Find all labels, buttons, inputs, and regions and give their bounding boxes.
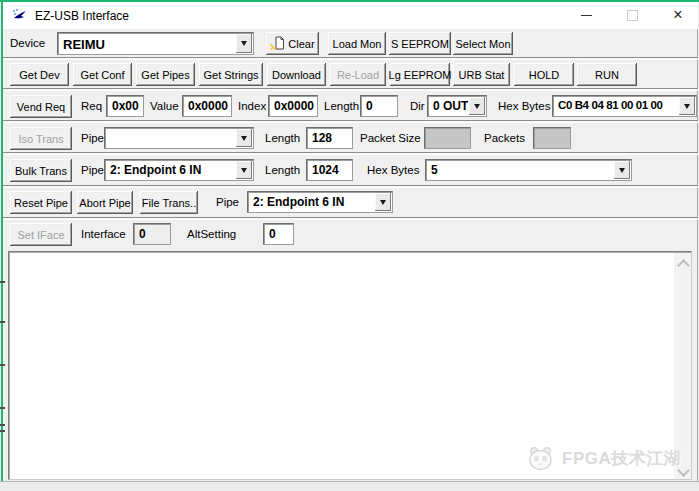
device-select-value: REIMU [63,37,235,52]
altsetting-input[interactable]: 0 [263,223,294,245]
row-divider [3,152,698,155]
dropdown-arrow-icon [380,200,386,205]
index-label: Index [238,100,266,112]
iso-trans-button: Iso Trans [10,127,72,150]
ruler-tick [0,364,5,366]
hold-button[interactable]: HOLD [514,63,574,86]
re-load-button: Re-Load [330,63,386,86]
bottom-strip [0,481,699,491]
get-pipes-button[interactable]: Get Pipes [136,63,195,86]
row-divider [3,88,698,91]
pipe-select[interactable]: 2: Endpoint 6 IN [247,191,393,213]
download-button[interactable]: Download [267,63,326,86]
clear-button[interactable]: Clear [266,32,319,55]
chevron-down-icon[interactable] [236,34,252,53]
abort-pipe-button[interactable]: Abort Pipe [77,191,133,214]
iso-length-input[interactable]: 128 [306,127,353,149]
device-select[interactable]: REIMU [57,32,254,55]
set-iface-button: Set IFace [10,223,72,246]
select-mon-button[interactable]: Select Mon [453,32,513,55]
packet-size-field [424,127,471,149]
hex-bytes-value: C0 B4 04 81 00 01 00 [558,99,678,111]
req-input[interactable]: 0x00 [106,95,144,117]
packets-label: Packets [484,132,525,144]
device-label: Device [10,37,45,49]
chevron-down-icon[interactable] [614,161,630,179]
dropdown-arrow-icon [474,104,480,109]
bulk-hex-bytes-select[interactable]: 5 [425,159,632,181]
length-input[interactable]: 0 [360,95,398,117]
dropdown-arrow-icon [241,41,247,46]
pipe-label: Pipe [216,196,239,208]
panda-logo-icon [527,445,554,472]
row-divider [3,120,698,123]
interface-label: Interface [81,228,126,240]
index-input[interactable]: 0x0000 [268,95,318,117]
capture-border-left [1,0,3,491]
bulk-pipe-select[interactable]: 2: Endpoint 6 IN [104,159,254,181]
minimize-button[interactable] [571,2,601,28]
urb-stat-button[interactable]: URB Stat [453,63,510,86]
chevron-down-icon[interactable] [236,161,252,179]
dir-select-value: 0 OUT [433,99,468,113]
clear-page-icon [270,36,285,51]
ruler-tick [0,321,5,323]
lg-eeprom-button[interactable]: Lg EEPROM [390,63,450,86]
iso-length-label: Length [265,132,300,144]
app-icon [11,7,28,24]
altsetting-label: AltSetting [187,228,236,240]
dropdown-arrow-icon [241,136,247,141]
vend-req-button[interactable]: Vend Req [10,95,72,118]
get-conf-button[interactable]: Get Conf [73,63,132,86]
dropdown-arrow-icon [619,168,625,173]
chevron-down-icon[interactable] [469,97,485,115]
clear-button-label: Clear [288,38,314,50]
length-label: Length [324,100,359,112]
chevron-down-icon[interactable] [679,97,695,115]
watermark: FPGA技术江湖 [527,445,681,472]
get-dev-button[interactable]: Get Dev [10,63,69,86]
bulk-hex-bytes-label: Hex Bytes [367,164,419,176]
file-trans-button[interactable]: File Trans.. [140,191,198,214]
packet-size-label: Packet Size [360,132,421,144]
bulk-hex-bytes-value: 5 [431,163,613,177]
ruler-tick [0,430,5,432]
close-button[interactable]: × [663,2,693,28]
minimize-icon [581,15,592,16]
capture-border-top [0,0,699,2]
dropdown-arrow-icon [241,168,247,173]
bulk-length-input[interactable]: 1024 [306,159,353,181]
ruler-tick [0,281,5,283]
value-input[interactable]: 0x0000 [182,95,232,117]
get-strings-button[interactable]: Get Strings [199,63,263,86]
hex-bytes-select[interactable]: C0 B4 04 81 00 01 00 [552,95,697,117]
close-icon: × [673,7,682,23]
s-eeprom-button[interactable]: S EEPROM [389,32,451,55]
value-label: Value [150,100,179,112]
watermark-text: FPGA技术江湖 [562,447,681,470]
dropdown-arrow-icon [684,104,690,109]
iso-pipe-select[interactable] [104,127,254,149]
ruler-tick [0,424,5,426]
ez-usb-window: EZ-USB Interface × Device REIMU Clear Lo… [0,0,699,491]
bulk-pipe-value: 2: Endpoint 6 IN [110,163,235,177]
chevron-down-icon[interactable] [375,193,391,211]
run-button[interactable]: RUN [577,63,637,86]
load-mon-button[interactable]: Load Mon [328,32,386,55]
bulk-trans-button[interactable]: Bulk Trans [10,159,72,182]
ruler-tick [0,407,5,409]
row-divider [3,185,698,188]
interface-field: 0 [133,223,171,245]
req-label: Req [81,100,102,112]
row-divider [3,57,698,60]
maximize-button[interactable] [617,2,647,28]
bulk-pipe-label: Pipe [81,164,104,176]
reset-pipe-button[interactable]: Reset Pipe [10,191,72,214]
packets-field [533,127,571,149]
hex-bytes-label: Hex Bytes [498,100,550,112]
chevron-down-icon[interactable] [236,129,252,147]
maximize-icon [627,10,638,21]
bulk-length-label: Length [265,164,300,176]
iso-pipe-label: Pipe [81,132,104,144]
dir-select[interactable]: 0 OUT [427,95,487,117]
